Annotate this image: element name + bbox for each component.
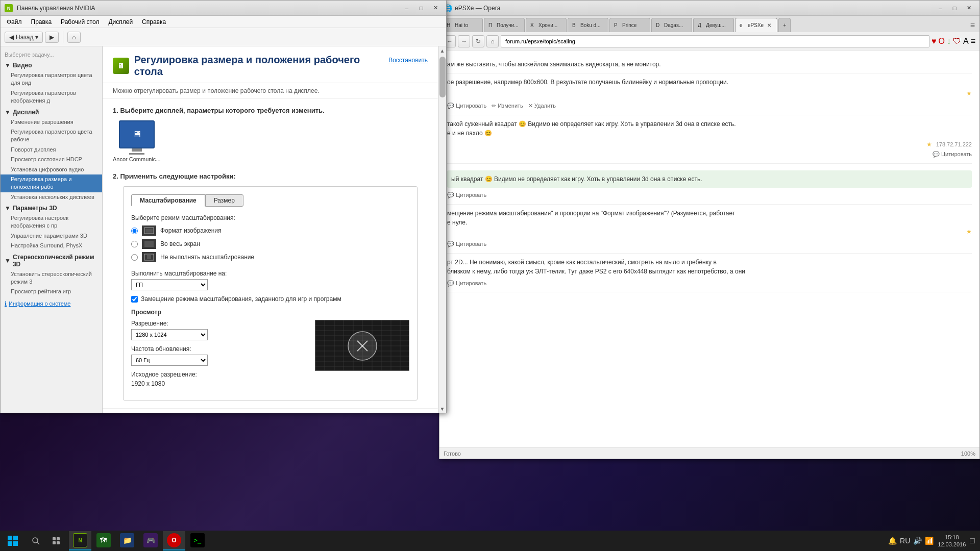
menu-icon[interactable]: ≡ [971, 37, 975, 46]
forward-button[interactable]: ▶ [45, 32, 59, 43]
browser-home[interactable]: ⌂ [486, 35, 499, 47]
browser-close[interactable]: ✕ [962, 3, 975, 13]
tray-icon-1[interactable]: 🔔 [888, 537, 897, 545]
maximize-button[interactable]: □ [414, 3, 428, 13]
sidebar-group-video-header[interactable]: ▼ Видео [1, 60, 102, 70]
sidebar-item-3d-1[interactable]: Регулировка настроек изображения с пр [1, 213, 102, 231]
taskbar-clock[interactable]: 15:18 12.03.2016 [938, 534, 966, 548]
browser-refresh[interactable]: ↻ [472, 35, 484, 47]
tab-size[interactable]: Размер [205, 194, 243, 207]
tray-lang[interactable]: RU [900, 537, 910, 545]
radio-no-scaling[interactable]: Не выполнять масштабирование [131, 252, 409, 262]
sidebar-item-display-2[interactable]: Регулировка параметров цвета рабоче [1, 127, 102, 145]
close-button[interactable]: ✕ [429, 3, 442, 13]
sidebar-item-display-7[interactable]: Установка нескольких дисплеев [1, 192, 102, 202]
restore-button[interactable]: Восстановить [388, 54, 428, 64]
radio-fullscreen-input[interactable] [131, 241, 138, 247]
sidebar-group-stereo-header[interactable]: ▼ Стереоскопический режим 3D [1, 252, 102, 269]
sidebar-group-3d-header[interactable]: ▼ Параметры 3D [1, 203, 102, 213]
taskbar-app-opera[interactable]: O [163, 531, 185, 550]
sidebar-item-video-1[interactable]: Регулировка параметров цвета для вид [1, 70, 102, 88]
browser-titlebar[interactable]: 🌐 ePSXe — Opera – □ ✕ [439, 1, 979, 16]
translate-icon[interactable]: A [963, 37, 969, 46]
browser-tab-hai[interactable]: H Hai to [442, 18, 483, 32]
download-icon[interactable]: ↓ [947, 37, 951, 46]
taskbar-app-cmd[interactable]: >_ [186, 531, 209, 550]
browser-tab-epsxe[interactable]: e ePSXe ✕ [735, 18, 777, 32]
scroll-down-arrow[interactable]: ▼ [438, 405, 446, 413]
sidebar-item-3d-3[interactable]: Настройка Surround, PhysX [1, 241, 102, 251]
content-scrollbar[interactable]: ▲ ▼ [438, 46, 446, 413]
shield-icon[interactable]: 🛡 [953, 37, 961, 46]
taskbar-search[interactable] [26, 531, 46, 551]
sidebar-item-display-3[interactable]: Поворот дисплея [1, 145, 102, 155]
radio-format-image[interactable]: Формат изображения [131, 226, 409, 236]
menu-file[interactable]: Файл [3, 17, 26, 27]
refresh-select[interactable]: 60 Гц [131, 355, 208, 366]
menu-display[interactable]: Дисплей [104, 17, 137, 27]
start-button[interactable] [0, 531, 26, 551]
cite-btn-3[interactable]: 💬 Цитировать [933, 150, 972, 159]
content-area: 🖥 Регулировка размера и положения рабоче… [103, 46, 438, 413]
sidebar-system-info[interactable]: ℹ Информация о системе [1, 298, 102, 310]
edit-btn-2[interactable]: ✏ Изменить [492, 102, 523, 111]
opera-icon[interactable]: O [939, 37, 945, 46]
scroll-thumb[interactable] [439, 57, 446, 97]
sidebar-item-stereo-1[interactable]: Установить стереоскопический режим 3 [1, 269, 102, 287]
tab-scaling[interactable]: Масштабирование [131, 194, 205, 207]
tray-network[interactable]: 📶 [925, 537, 934, 545]
task-view-button[interactable] [46, 531, 66, 551]
sidebar-item-display-4[interactable]: Просмотр состояния HDCP [1, 155, 102, 164]
resolution-select[interactable]: 1280 x 1024 [131, 329, 208, 340]
menu-desktop[interactable]: Рабочий стол [57, 17, 103, 27]
display-item-1[interactable]: 🖥 Ancor Communic... [113, 120, 161, 162]
sidebar-item-display-1[interactable]: Изменение разрешения [1, 117, 102, 127]
delete-btn-2[interactable]: ✕ Удалить [528, 102, 556, 111]
scroll-up-arrow[interactable]: ▲ [438, 46, 446, 55]
source-res-group: Исходное разрешение: 980 x 551 [131, 371, 305, 387]
cite-btn-5[interactable]: 💬 Цитировать [447, 240, 486, 249]
home-button[interactable]: ⌂ [67, 32, 80, 43]
back-button[interactable]: ◀ Назад ▾ [5, 32, 43, 43]
tab-close-epsxe[interactable]: ✕ [766, 22, 773, 29]
browser-address-bar[interactable] [501, 35, 929, 47]
sidebar-item-display-5[interactable]: Установка цифрового аудио [1, 165, 102, 174]
perform-on-select[interactable]: ГП Дисплей [131, 279, 208, 290]
browser-maximize[interactable]: □ [948, 3, 961, 13]
browser-minimize[interactable]: – [934, 3, 947, 13]
browser-tab-prince[interactable]: P Prince [609, 18, 650, 32]
tabs-menu[interactable]: ≡ [968, 19, 977, 32]
sidebar-group-display-header[interactable]: ▼ Дисплей [1, 107, 102, 117]
description-section: Описание. Выберите разрешение и частоту … [103, 408, 438, 413]
new-tab-button[interactable]: + [778, 18, 791, 32]
override-checkbox[interactable] [131, 296, 138, 303]
nvidia-titlebar[interactable]: N Панель управления NVIDIA – □ ✕ [1, 1, 446, 16]
taskbar-app-nvidia[interactable]: N [69, 531, 91, 550]
radio-format-input[interactable] [131, 228, 138, 234]
cite-btn-2[interactable]: 💬 Цитировать [447, 102, 486, 111]
cite-btn-6[interactable]: 💬 Цитировать [447, 279, 486, 288]
menu-help[interactable]: Справка [138, 17, 170, 27]
browser-tab-get[interactable]: П Получи... [484, 18, 525, 32]
browser-tab-boku[interactable]: B Boku d... [568, 18, 608, 32]
bookmark-icon[interactable]: ♥ [932, 37, 937, 46]
browser-tab-hroni[interactable]: Х Хрони... [526, 18, 567, 32]
browser-tab-dagas[interactable]: D Dagas... [651, 18, 692, 32]
browser-forward[interactable]: → [458, 35, 470, 47]
browser-tab-devush[interactable]: Д Девуш... [693, 18, 734, 32]
taskbar-app-maps[interactable]: 🗺 [92, 531, 115, 550]
taskbar-app-app1[interactable]: 🎮 [139, 531, 162, 550]
taskbar-app-explorer[interactable]: 📁 [116, 531, 138, 550]
tray-volume[interactable]: 🔊 [913, 537, 922, 545]
sidebar-item-video-2[interactable]: Регулировка параметров изображения д [1, 88, 102, 106]
post-3-actions: 💬 Цитировать [447, 149, 972, 159]
menu-edit[interactable]: Правка [27, 17, 56, 27]
sidebar-item-display-6[interactable]: Регулировка размера и положения рабо [1, 174, 102, 192]
radio-fullscreen[interactable]: Во весь экран [131, 239, 409, 249]
action-center[interactable]: □ [970, 536, 975, 545]
sidebar-item-3d-2[interactable]: Управление параметрами 3D [1, 231, 102, 241]
minimize-button[interactable]: – [400, 3, 413, 13]
sidebar-item-stereo-2[interactable]: Просмотр рейтинга игр [1, 287, 102, 296]
radio-noscaling-input[interactable] [131, 254, 138, 261]
cite-btn-4[interactable]: 💬 Цитировать [447, 191, 486, 200]
